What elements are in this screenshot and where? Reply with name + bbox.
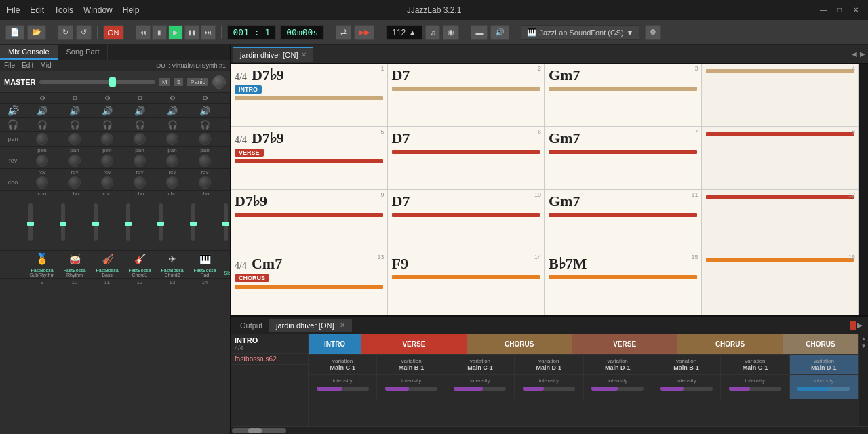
- master-speaker[interactable]: 🔊: [0, 105, 26, 116]
- redo-button[interactable]: ↺: [76, 25, 92, 40]
- ch2-speaker[interactable]: 🔊: [58, 105, 91, 116]
- section-cell-verse2[interactable]: VERSE: [572, 334, 677, 354]
- ch7-phones[interactable]: 🎧: [221, 119, 230, 130]
- ch2-cho[interactable]: [58, 176, 91, 189]
- var-cell-3[interactable]: variation Main C-1: [446, 355, 515, 374]
- ch4-speaker[interactable]: 🔊: [123, 105, 156, 116]
- int-cell-3[interactable]: intensity: [446, 375, 515, 399]
- mix-file-menu[interactable]: File: [4, 62, 15, 69]
- int-cell-8[interactable]: intensity: [790, 375, 859, 399]
- ch4-pan[interactable]: [123, 133, 156, 145]
- chord-cell-11[interactable]: 11 Gm7: [545, 190, 702, 253]
- ch6-fader[interactable]: [191, 203, 195, 241]
- ch5-speaker[interactable]: 🔊: [156, 105, 189, 116]
- tempo-up[interactable]: ▲: [408, 28, 416, 37]
- song-part-tab-bottom[interactable]: jardin dhiver [ON] ✕: [269, 319, 352, 332]
- menu-window[interactable]: Window: [83, 5, 113, 15]
- master-knob[interactable]: [212, 75, 226, 89]
- ch5-fader[interactable]: [159, 203, 163, 241]
- chord-cell-10[interactable]: 10 D7: [388, 190, 545, 253]
- ch3-gear[interactable]: ⚙: [91, 94, 123, 102]
- go-end-button[interactable]: ⏭: [201, 25, 216, 40]
- play-button[interactable]: ▶: [168, 25, 183, 40]
- minimize-button[interactable]: —: [818, 5, 829, 16]
- forward-button[interactable]: ▶▶: [354, 25, 374, 40]
- ch6-pan[interactable]: [189, 133, 221, 145]
- undo-button[interactable]: ↻: [58, 25, 73, 40]
- var-cell-2[interactable]: variation Main B-1: [377, 355, 446, 374]
- section-cell-chorus1[interactable]: CHORUS: [467, 334, 572, 354]
- master-s-button[interactable]: S: [174, 78, 183, 86]
- bottom-right-scroll[interactable]: ▲ ▼: [859, 334, 868, 426]
- var-cell-1[interactable]: variation Main C-1: [309, 355, 377, 374]
- ch5-rev[interactable]: [156, 155, 189, 167]
- section-cell-verse1[interactable]: VERSE: [361, 334, 467, 354]
- master-panic-button[interactable]: Panic: [187, 78, 208, 86]
- ch3-phones[interactable]: 🎧: [91, 119, 123, 130]
- ch2-phones[interactable]: 🎧: [58, 119, 91, 130]
- ch6-gear[interactable]: ⚙: [189, 94, 221, 102]
- menu-tools[interactable]: Tools: [54, 5, 73, 15]
- midi-button[interactable]: ▬: [471, 25, 488, 40]
- var-cell-5[interactable]: variation Main D-1: [584, 355, 652, 374]
- chord-cell-13[interactable]: 13 4/4 Cm7 CHORUS: [231, 252, 388, 315]
- int-cell-5[interactable]: intensity: [584, 375, 652, 399]
- maximize-button[interactable]: □: [834, 5, 845, 16]
- ch3-speaker[interactable]: 🔊: [91, 105, 123, 116]
- click-button[interactable]: ◉: [443, 25, 459, 40]
- chord-cell-16[interactable]: 16: [702, 252, 859, 315]
- chord-grid-scroll[interactable]: [859, 64, 868, 315]
- close-button[interactable]: ✕: [850, 5, 861, 16]
- ch2-fader[interactable]: [61, 203, 65, 241]
- var-cell-8[interactable]: variation Main D-1: [790, 355, 859, 374]
- bottom-scroll-up[interactable]: ▲: [861, 336, 867, 342]
- ch6-phones[interactable]: 🎧: [189, 119, 221, 130]
- master-m-button[interactable]: M: [159, 78, 170, 86]
- section-cell-chorus2[interactable]: CHORUS: [677, 334, 783, 354]
- mix-midi-menu[interactable]: Midi: [40, 62, 52, 69]
- master-fader[interactable]: [39, 80, 155, 84]
- song-tab-close[interactable]: ✕: [301, 51, 307, 58]
- ch3-pan[interactable]: [91, 133, 123, 145]
- chord-cell-6[interactable]: 6 D7: [388, 127, 545, 190]
- song-part-tab[interactable]: Song Part: [58, 45, 108, 60]
- ch7-fader[interactable]: [224, 203, 228, 241]
- mix-edit-menu[interactable]: Edit: [22, 62, 33, 69]
- chord-cell-8[interactable]: 8: [702, 127, 859, 190]
- record-button[interactable]: ▮: [152, 25, 167, 40]
- ch1-fader[interactable]: [28, 203, 33, 241]
- chord-cell-7[interactable]: 7 Gm7: [545, 127, 702, 190]
- metronome-button[interactable]: ♫: [425, 25, 440, 40]
- chord-cell-9[interactable]: 9 D7♭9: [231, 190, 388, 253]
- chord-cell-1[interactable]: 1 4/4 D7♭9 INTRO: [231, 64, 388, 127]
- bottom-scroll-right[interactable]: ▶: [857, 321, 863, 329]
- panel-collapse[interactable]: —: [218, 45, 230, 60]
- new-button[interactable]: 📄: [5, 25, 24, 40]
- ch4-fader[interactable]: [126, 203, 130, 241]
- ch4-phones[interactable]: 🎧: [123, 119, 156, 130]
- go-start-button[interactable]: ⏮: [136, 25, 151, 40]
- ch3-rev[interactable]: [91, 155, 123, 167]
- section-cell-intro[interactable]: INTRO: [309, 334, 361, 354]
- ch4-rev[interactable]: [123, 155, 156, 167]
- ch6-rev[interactable]: [189, 155, 221, 167]
- section-cell-extra[interactable]: CHORUS: [783, 334, 859, 354]
- ch1-phones[interactable]: 🎧: [26, 119, 58, 130]
- chord-cell-4[interactable]: 4: [702, 64, 859, 127]
- ch1-speaker[interactable]: 🔊: [26, 105, 58, 116]
- ch2-gear[interactable]: ⚙: [58, 94, 91, 102]
- bottom-tab-close[interactable]: ✕: [340, 321, 345, 329]
- int-cell-6[interactable]: intensity: [652, 375, 721, 399]
- menu-file[interactable]: File: [7, 5, 20, 15]
- soundfont-button[interactable]: 🎹 JazzLab SoundFont (GS) ▼: [521, 25, 639, 40]
- menu-help[interactable]: Help: [123, 5, 140, 15]
- ch5-gear[interactable]: ⚙: [156, 94, 189, 102]
- loop-button[interactable]: ⇄: [336, 25, 351, 40]
- pause-button[interactable]: ▮▮: [184, 25, 199, 40]
- var-cell-6[interactable]: variation Main B-1: [652, 355, 721, 374]
- speaker-button[interactable]: 🔊: [490, 25, 509, 40]
- int-cell-4[interactable]: intensity: [515, 375, 583, 399]
- ch6-speaker[interactable]: 🔊: [189, 105, 221, 116]
- bottom-hscroll[interactable]: [232, 428, 286, 433]
- bottom-scroll-down[interactable]: ▼: [861, 343, 867, 349]
